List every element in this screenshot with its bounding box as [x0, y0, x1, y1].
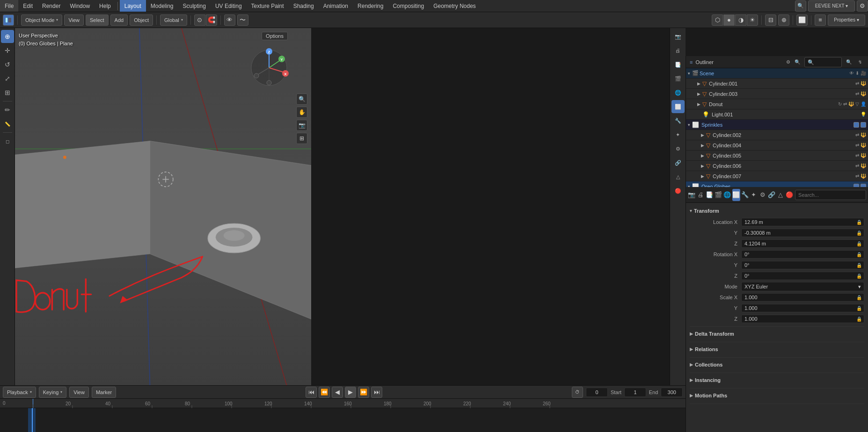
props-icon-object[interactable]: ⬜ — [732, 189, 740, 201]
overlay-curve-btn[interactable]: 〜 — [237, 14, 248, 26]
props-icon-physics[interactable]: ⚙ — [759, 189, 766, 201]
frame-counter-icon[interactable]: ⏱ — [572, 387, 583, 398]
workspace-geometry-nodes[interactable]: Geometry Nodes — [429, 0, 481, 12]
timeline-view-btn[interactable]: View — [69, 387, 89, 398]
outliner-item-cylinder-007[interactable]: ▶ ▽ Cylinder.007 ⇄ 🔱 — [686, 171, 868, 181]
tool-add-cube[interactable]: ◻ — [1, 135, 14, 148]
rotation-mode-dropdown[interactable]: XYZ Euler ▾ — [741, 282, 864, 291]
menu-item-help[interactable]: Help — [95, 0, 116, 12]
relations-header[interactable]: ▶ Relations — [690, 344, 864, 354]
gizmo-btn[interactable]: ⊕ — [778, 14, 789, 26]
workspace-animation[interactable]: Animation — [319, 0, 353, 12]
outliner-restrict-icon[interactable]: 🔍 — [845, 58, 853, 66]
play-btn[interactable]: ▶ — [345, 387, 356, 398]
props-material-icon[interactable]: 🔴 — [671, 184, 685, 197]
props-icon-world[interactable]: 🌐 — [723, 189, 731, 201]
outliner-filter-btn[interactable]: ⚙ — [784, 58, 792, 66]
object-mode-btn[interactable]: Object Mode ▾ — [21, 14, 62, 26]
props-physics-icon[interactable]: ⚙ — [671, 142, 685, 155]
shading-render-btn[interactable]: ☀ — [747, 14, 758, 26]
props-modifier-icon[interactable]: 🔧 — [671, 114, 685, 127]
props-object-icon[interactable]: ⬜ — [671, 100, 685, 113]
playback-btn[interactable]: Playback ▾ — [3, 387, 36, 398]
outliner-sync-icon[interactable]: ↯ — [856, 58, 864, 66]
scene-display-btn[interactable]: ⬜ — [796, 14, 808, 26]
jump-end-btn[interactable]: ⏭ — [371, 387, 382, 398]
global-btn[interactable]: Global ▾ — [160, 14, 187, 26]
props-scene-icon[interactable]: 🎬 — [671, 72, 685, 85]
scale-y-value[interactable]: 1.000 🔒 — [741, 304, 864, 312]
properties-panel-btn[interactable]: Properties ▾ — [828, 14, 865, 26]
add-btn[interactable]: Add — [110, 14, 128, 26]
scale-z-value[interactable]: 1.000 🔒 — [741, 315, 864, 323]
props-icon-data[interactable]: △ — [776, 189, 784, 201]
outliner-item-cylinder-005[interactable]: ▶ ▽ Cylinder.005 ⇄ 🔱 — [686, 151, 868, 161]
viewport-grab-icon[interactable]: ✋ — [296, 107, 307, 118]
visibility-btn[interactable]: 👁 — [224, 14, 235, 26]
snap-btn[interactable]: 🧲 — [206, 14, 217, 26]
workspace-shading[interactable]: Shading — [289, 0, 319, 12]
props-icon-modifier[interactable]: 🔧 — [741, 189, 749, 201]
workspace-texture-paint[interactable]: Texture Paint — [247, 0, 289, 12]
menu-item-window[interactable]: Window — [65, 0, 95, 12]
outliner-item-cylinder-002[interactable]: ▶ ▽ Cylinder.002 ⇄ 🔱 — [686, 130, 868, 140]
tool-scale[interactable]: ⤢ — [1, 72, 14, 85]
prev-keyframe-btn[interactable]: ⏪ — [319, 387, 330, 398]
location-x-value[interactable]: 12.69 m 🔒 — [741, 218, 864, 226]
outliner-scene-root[interactable]: ▾ 🎬 Scene 👁 ⬇ 🎥 — [686, 68, 868, 79]
outliner-panel-btn[interactable]: ≡ — [815, 14, 826, 26]
props-icon-constraints[interactable]: 🔗 — [767, 189, 775, 201]
rotation-x-value[interactable]: 0° 🔒 — [741, 250, 864, 259]
viewport-camera-icon[interactable]: 📷 — [296, 120, 307, 131]
nav-gizmo[interactable]: Z Y X — [248, 47, 290, 89]
view-btn[interactable]: View — [64, 14, 84, 26]
workspace-compositing[interactable]: Compositing — [388, 0, 429, 12]
start-frame-input[interactable]: 1 — [624, 388, 646, 397]
props-icon-scene[interactable]: 🎬 — [715, 189, 722, 201]
outliner-item-cylinder-006[interactable]: ▶ ▽ Cylinder.006 ⇄ 🔱 — [686, 161, 868, 171]
props-data-icon[interactable]: △ — [671, 170, 685, 183]
props-icon-material[interactable]: 🔴 — [785, 189, 793, 201]
workspace-modeling[interactable]: Modeling — [146, 0, 178, 12]
props-search-input[interactable] — [795, 190, 866, 200]
rotation-y-value[interactable]: 0° 🔒 — [741, 261, 864, 269]
object-btn[interactable]: Object — [130, 14, 153, 26]
props-particles-icon[interactable]: ✦ — [671, 128, 685, 141]
tool-cursor[interactable]: ⊕ — [1, 30, 14, 43]
jump-start-btn[interactable]: ⏮ — [306, 387, 317, 398]
props-icon-output[interactable]: 🖨 — [697, 189, 705, 201]
outliner-item-light-001[interactable]: ▶ 💡 Light.001 💡 — [686, 109, 868, 120]
workspace-sculpting[interactable]: Sculpting — [178, 0, 211, 12]
location-y-value[interactable]: -0.30008 m 🔒 — [741, 229, 864, 237]
tool-move[interactable]: ✛ — [1, 44, 14, 57]
props-constraints-icon[interactable]: 🔗 — [671, 156, 685, 169]
tool-measure[interactable]: 📏 — [1, 117, 14, 130]
workspace-rendering[interactable]: Rendering — [353, 0, 388, 12]
engine-btn[interactable]: EEVEE NEXT ▾ — [808, 0, 855, 12]
viewport-overlay-btn[interactable]: ⊟ — [765, 14, 776, 26]
scale-x-value[interactable]: 1.000 🔒 — [741, 293, 864, 302]
main-viewport[interactable]: User Perspective (0) Oreo Globes | Plane… — [15, 28, 311, 385]
menu-item-edit[interactable]: Edit — [18, 0, 37, 12]
outliner-item-cylinder-001[interactable]: ▶ ▽ Cylinder.001 ⇄ 🔱 — [686, 79, 868, 89]
next-keyframe-btn[interactable]: ⏩ — [358, 387, 369, 398]
panel-toggle-left[interactable] — [3, 14, 14, 26]
tool-annotate[interactable]: ✏ — [1, 103, 14, 116]
transform-section-header[interactable]: ▾ Transform — [690, 206, 864, 216]
outliner-item-donut[interactable]: ▶ ▽ Donut ↻ ⇄ 🔱 ▽ 👤 — [686, 99, 868, 109]
end-frame-input[interactable]: 300 — [661, 388, 683, 397]
workspace-layout[interactable]: Layout — [120, 0, 146, 12]
viewport-grid-icon[interactable]: ⊞ — [296, 133, 307, 144]
location-z-value[interactable]: 4.1204 m 🔒 — [741, 239, 864, 248]
rotation-z-value[interactable]: 0° 🔒 — [741, 272, 864, 280]
outliner-item-cylinder-003[interactable]: ▶ ▽ Cylinder.003 ⇄ 🔱 — [686, 89, 868, 99]
current-frame-input[interactable]: 0 — [586, 388, 608, 397]
props-icon-view-layer[interactable]: 📑 — [706, 189, 714, 201]
outliner-item-cylinder-004[interactable]: ▶ ▽ Cylinder.004 ⇄ 🔱 — [686, 140, 868, 151]
outliner-item-sprinkles[interactable]: ▾ ⬜ Sprinkles — [686, 120, 868, 130]
viewport-zoom-in-icon[interactable]: 🔍 — [296, 94, 307, 105]
menu-item-render[interactable]: Render — [37, 0, 65, 12]
shading-wire-btn[interactable]: ⬡ — [712, 14, 723, 26]
filter-btn[interactable]: ⚙ — [857, 0, 868, 12]
tool-rotate[interactable]: ↺ — [1, 58, 14, 71]
